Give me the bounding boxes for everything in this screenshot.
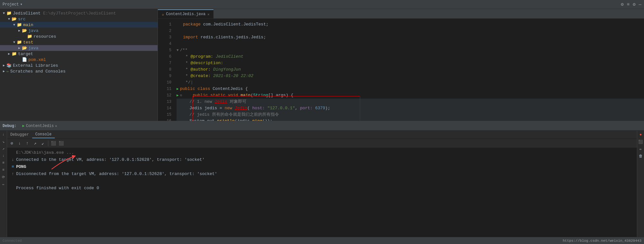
debug-tab-close[interactable]: ✕ [55,124,57,128]
project-root-icon: 📁 [6,11,12,16]
tree-item-external-libs[interactable]: ▶ 📚 External Libraries [0,63,158,68]
code-content-area[interactable]: package com.JedisClient.JedisTest; impor… [174,19,644,121]
tree-item-scratches[interactable]: ▶ ✏ Scratches and Consoles [0,68,158,74]
debug-left-toolbar: ↓ ↘ ↗ ↓ ≡ ≡ ⟳ ✏ [0,131,7,237]
settings-icon[interactable]: ⚙ [621,2,623,7]
class-name-11: ContentJedis [213,86,245,92]
subtab-console[interactable]: Console [32,131,55,138]
debug-subtabs: Debugger Console [7,131,637,139]
subtab-console-label: Console [35,132,52,137]
side-btn-red[interactable]: ● [638,132,644,138]
run-icon-11[interactable]: ▶ [177,86,179,92]
console-copy-btn[interactable]: ↙ [39,140,46,147]
console-line-pong: PONG [16,163,634,171]
tree-arrow-java-test: ▶ [17,46,22,50]
tree-label-ext-libs: External Libraries [13,63,58,68]
tree-label-pom: pom.xml [28,57,46,62]
jedis-ref-13: Jedis [215,99,227,105]
java-folder-icon: 📂 [22,28,27,33]
fold-icon-5[interactable]: ▼ [177,47,179,54]
console-line-connected: Connected to the target VM, address: '12… [16,156,634,163]
debug-tool-step-over[interactable]: ↓ [1,132,6,138]
status-bar: Connected https://blog.csdn.net/weixin_4… [0,237,644,244]
code-line-5: ▼ /** [177,47,644,54]
pom-xml-icon: 📄 [22,57,27,62]
debug-tool-delete[interactable]: ✏ [1,182,6,187]
tree-arrow-jedisclient: ▼ [1,12,6,15]
console-scroll-end-btn[interactable]: ↓ [16,140,23,147]
kw-public-11: public [180,86,198,92]
tree-item-test[interactable]: ▼ 📁 test [0,39,158,45]
side-btn-trash[interactable]: 🗑 [638,153,644,159]
tree-item-java-test[interactable]: ▶ 📂 java [0,45,158,51]
annotation-author: @author: [190,66,210,73]
kw-void-12: void [228,92,241,99]
editor-tab-contentjedis[interactable]: ☕ ContentJedis.java ✕ [158,9,214,18]
fold-icon-12[interactable]: ⊖ [180,92,182,99]
gutter-4: ↑ [10,171,16,178]
line-num-4: 4 [158,41,171,47]
tree-item-resources[interactable]: 📁 resources [0,34,158,39]
console-clear-btn[interactable]: ⊘ [8,140,15,147]
console-text-cmd: E:\JDK\bin\java.exe ... [16,149,74,156]
line-num-11: 11 [158,86,171,92]
tree-item-target[interactable]: ▶ 📁 target [0,51,158,57]
close-16: ()); [262,118,272,121]
debug-tool-step-into[interactable]: ↘ [1,140,6,145]
tree-item-jedisclient[interactable]: ▼ 📁 JedisClient E:\dyJTestProject\JedisC… [0,10,158,16]
debug-tool-resume[interactable]: ↓ [1,154,6,159]
project-label[interactable]: Project ▾ [3,2,23,7]
minimize-icon[interactable]: — [639,2,641,7]
subtab-debugger[interactable]: Debugger [7,132,32,138]
bottom-panel: Debug: ▶ ContentJedis ✕ ↓ ↘ ↗ ↓ ≡ ≡ ⟳ ✏ … [0,121,644,237]
debug-tool-step-out[interactable]: ↗ [1,147,6,152]
debug-tab-contentjedis[interactable]: ▶ ContentJedis ✕ [19,122,60,129]
side-btn-edit[interactable]: ✏ [638,146,644,152]
import-name: redis.clients.jedis.Jedis; [201,34,266,41]
run-icon-12[interactable]: ▶ [177,92,179,99]
line-num-15: 15 [158,112,171,118]
debug-tool-pause[interactable]: ≡ [1,161,6,166]
line-num-12: 12 [158,92,171,99]
ext-libs-icon: 📚 [6,63,12,68]
project-tree[interactable]: ▼ 📁 JedisClient E:\dyJTestProject\JedisC… [0,9,158,121]
project-dropdown-icon[interactable]: ▾ [20,2,22,7]
code-line-9: * @create: 2021-01-20 22:02 [177,73,644,79]
annotation-desc: @description: [190,60,223,66]
side-btn-stop[interactable]: ⬛ [638,139,644,145]
console-text-pong: PONG [16,163,26,171]
comma-14: , [295,105,300,112]
tab-icon-java: ☕ [162,12,164,17]
console-print-btn[interactable]: ↗ [32,140,39,147]
tree-label-target: target [18,52,33,56]
vcs-icon[interactable]: ≡ [627,2,630,7]
console-wrap-btn[interactable]: ⬛ [50,140,57,147]
debug-tool-edit[interactable]: ⟳ [1,175,6,180]
console-line-disconnected: Disconnected from the target VM, address… [16,171,634,178]
console-side-toolbar: ● ⬛ ✏ 🗑 [637,131,644,237]
status-bar-url: https://blog.csdn.net/weixin_43829443 [563,239,641,243]
kw-class-11: class [197,86,213,92]
code-line-13: // 1. new Jedis 对象即可 [177,99,644,105]
tab-close-icon[interactable]: ✕ [207,12,210,16]
debug-tool-stop[interactable]: ≡ [1,168,6,173]
scratches-icon: ✏ [6,69,9,74]
console-scroll-up-btn[interactable]: ↑ [24,140,31,147]
method-main: main [241,92,251,99]
code-editor[interactable]: 1 2 3 4 5 6 7 8 9 10 11 12 13 14 15 16 1… [158,19,644,121]
tree-item-java[interactable]: ▶ 📂 java [0,28,158,34]
console-output[interactable]: ↓ ≡ ↑ E:\JDK\bin\java.exe ... Connected … [7,148,637,237]
javadoc-end: */ [183,79,190,86]
build-icon[interactable]: ⚙ [633,2,635,7]
console-settings-btn[interactable]: ⬛ [58,140,65,147]
tree-arrow-target: ▶ [6,52,12,56]
tree-item-pom[interactable]: 📄 pom.xml [0,57,158,63]
code-line-16: System.out.println(jedis.ping()); [177,118,644,121]
gutter-1 [10,149,16,156]
main-folder-icon: 📁 [17,22,22,27]
javadoc-start: /** [180,47,187,54]
tree-item-main[interactable]: ▼ 📁 main [0,22,158,28]
method-ping: ping [252,118,262,121]
tree-item-src[interactable]: ▼ 📂 src [0,16,158,22]
gutter-6 [10,185,16,192]
